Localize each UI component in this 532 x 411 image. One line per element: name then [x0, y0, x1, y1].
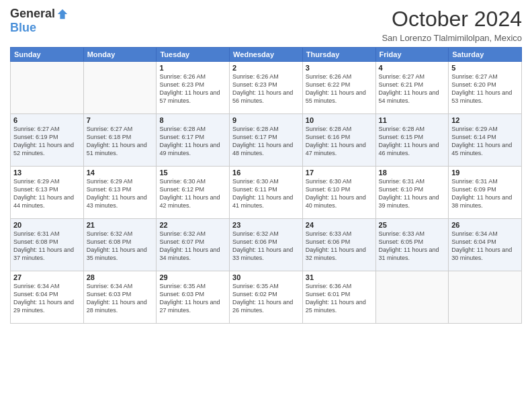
day-info: Sunrise: 6:26 AMSunset: 6:23 PMDaylight:…: [159, 73, 226, 105]
day-info: Sunrise: 6:29 AMSunset: 6:13 PMDaylight:…: [87, 177, 154, 210]
day-number: 24: [306, 221, 373, 229]
day-number: 26: [451, 221, 519, 229]
calendar-day-cell: 31Sunrise: 6:36 AMSunset: 6:01 PMDayligh…: [302, 271, 375, 324]
day-number: 31: [306, 273, 373, 281]
calendar-day-cell: 16Sunrise: 6:30 AMSunset: 6:11 PMDayligh…: [230, 167, 303, 219]
calendar-day-cell: 14Sunrise: 6:29 AMSunset: 6:13 PMDayligh…: [83, 167, 157, 219]
calendar-day-cell: 29Sunrise: 6:35 AMSunset: 6:03 PMDayligh…: [157, 271, 230, 324]
header: General Blue October 2024 San Lorenzo Tl…: [10, 7, 522, 43]
day-info: Sunrise: 6:35 AMSunset: 6:03 PMDaylight:…: [159, 282, 226, 315]
calendar-day-cell: 5Sunrise: 6:27 AMSunset: 6:20 PMDaylight…: [449, 62, 522, 114]
day-number: 3: [306, 64, 373, 72]
calendar-day-cell: 22Sunrise: 6:32 AMSunset: 6:07 PMDayligh…: [157, 219, 230, 271]
logo-icon: [56, 8, 69, 20]
calendar: SundayMondayTuesdayWednesdayThursdayFrid…: [10, 47, 522, 324]
day-number: 23: [232, 221, 300, 229]
day-number: 30: [232, 273, 300, 281]
day-info: Sunrise: 6:26 AMSunset: 6:23 PMDaylight:…: [232, 73, 300, 105]
day-number: 19: [451, 169, 519, 177]
calendar-day-cell: 17Sunrise: 6:30 AMSunset: 6:10 PMDayligh…: [302, 167, 375, 219]
day-info: Sunrise: 6:32 AMSunset: 6:07 PMDaylight:…: [159, 230, 226, 263]
location: San Lorenzo Tlalmimilolpan, Mexico: [382, 33, 522, 43]
logo: General Blue: [10, 7, 69, 35]
calendar-day-cell: 8Sunrise: 6:28 AMSunset: 6:17 PMDaylight…: [157, 114, 230, 167]
day-info: Sunrise: 6:33 AMSunset: 6:06 PMDaylight:…: [306, 230, 373, 263]
day-info: Sunrise: 6:34 AMSunset: 6:03 PMDaylight:…: [87, 282, 154, 315]
day-info: Sunrise: 6:27 AMSunset: 6:19 PMDaylight:…: [13, 125, 81, 158]
day-number: 6: [13, 116, 81, 124]
calendar-day-cell: 12Sunrise: 6:29 AMSunset: 6:14 PMDayligh…: [449, 114, 522, 167]
day-number: 4: [379, 64, 446, 72]
calendar-day-cell: 25Sunrise: 6:33 AMSunset: 6:05 PMDayligh…: [375, 219, 449, 271]
day-info: Sunrise: 6:32 AMSunset: 6:06 PMDaylight:…: [232, 230, 300, 263]
day-info: Sunrise: 6:29 AMSunset: 6:14 PMDaylight:…: [451, 125, 519, 158]
calendar-day-cell: 18Sunrise: 6:31 AMSunset: 6:10 PMDayligh…: [375, 167, 449, 219]
calendar-day-cell: 10Sunrise: 6:28 AMSunset: 6:16 PMDayligh…: [302, 114, 375, 167]
day-number: 21: [87, 221, 154, 229]
calendar-day-cell: 27Sunrise: 6:34 AMSunset: 6:04 PMDayligh…: [11, 271, 84, 324]
calendar-week-row: 20Sunrise: 6:31 AMSunset: 6:08 PMDayligh…: [11, 219, 522, 271]
calendar-day-cell: [83, 62, 157, 114]
day-number: 1: [159, 64, 226, 72]
day-number: 28: [87, 273, 154, 281]
day-info: Sunrise: 6:28 AMSunset: 6:17 PMDaylight:…: [232, 125, 300, 158]
day-info: Sunrise: 6:31 AMSunset: 6:08 PMDaylight:…: [13, 230, 81, 263]
calendar-day-cell: 26Sunrise: 6:34 AMSunset: 6:04 PMDayligh…: [449, 219, 522, 271]
day-info: Sunrise: 6:31 AMSunset: 6:09 PMDaylight:…: [451, 177, 519, 210]
title-section: October 2024 San Lorenzo Tlalmimilolpan,…: [382, 7, 522, 43]
calendar-day-header: Thursday: [302, 48, 375, 62]
day-info: Sunrise: 6:30 AMSunset: 6:12 PMDaylight:…: [159, 177, 226, 210]
day-number: 25: [379, 221, 446, 229]
day-number: 16: [232, 169, 300, 177]
calendar-header-row: SundayMondayTuesdayWednesdayThursdayFrid…: [11, 48, 522, 62]
day-info: Sunrise: 6:27 AMSunset: 6:20 PMDaylight:…: [451, 73, 519, 105]
day-info: Sunrise: 6:28 AMSunset: 6:16 PMDaylight:…: [306, 125, 373, 158]
day-number: 15: [159, 169, 226, 177]
day-number: 8: [159, 116, 226, 124]
day-number: 14: [87, 169, 154, 177]
day-number: 13: [13, 169, 81, 177]
calendar-day-header: Sunday: [11, 48, 84, 62]
day-info: Sunrise: 6:35 AMSunset: 6:02 PMDaylight:…: [232, 282, 300, 315]
calendar-day-header: Friday: [375, 48, 449, 62]
calendar-day-header: Saturday: [449, 48, 522, 62]
day-info: Sunrise: 6:30 AMSunset: 6:10 PMDaylight:…: [306, 177, 373, 210]
day-number: 2: [232, 64, 300, 72]
day-number: 5: [451, 64, 519, 72]
day-number: 20: [13, 221, 81, 229]
calendar-day-cell: 28Sunrise: 6:34 AMSunset: 6:03 PMDayligh…: [83, 271, 157, 324]
calendar-day-cell: 11Sunrise: 6:28 AMSunset: 6:15 PMDayligh…: [375, 114, 449, 167]
day-info: Sunrise: 6:27 AMSunset: 6:18 PMDaylight:…: [87, 125, 154, 158]
day-number: 18: [379, 169, 446, 177]
day-info: Sunrise: 6:34 AMSunset: 6:04 PMDaylight:…: [451, 230, 519, 263]
day-number: 7: [87, 116, 154, 124]
calendar-day-cell: 23Sunrise: 6:32 AMSunset: 6:06 PMDayligh…: [230, 219, 303, 271]
calendar-day-cell: 3Sunrise: 6:26 AMSunset: 6:22 PMDaylight…: [302, 62, 375, 114]
month-title: October 2024: [382, 7, 522, 32]
calendar-day-cell: 24Sunrise: 6:33 AMSunset: 6:06 PMDayligh…: [302, 219, 375, 271]
calendar-day-cell: 20Sunrise: 6:31 AMSunset: 6:08 PMDayligh…: [11, 219, 84, 271]
day-info: Sunrise: 6:30 AMSunset: 6:11 PMDaylight:…: [232, 177, 300, 210]
day-info: Sunrise: 6:33 AMSunset: 6:05 PMDaylight:…: [379, 230, 446, 263]
calendar-day-cell: 13Sunrise: 6:29 AMSunset: 6:13 PMDayligh…: [11, 167, 84, 219]
logo-blue-text: Blue: [10, 21, 36, 35]
svg-marker-0: [58, 9, 67, 18]
calendar-day-cell: [449, 271, 522, 324]
day-info: Sunrise: 6:28 AMSunset: 6:17 PMDaylight:…: [159, 125, 226, 158]
calendar-day-cell: 1Sunrise: 6:26 AMSunset: 6:23 PMDaylight…: [157, 62, 230, 114]
calendar-day-cell: [375, 271, 449, 324]
calendar-day-cell: 6Sunrise: 6:27 AMSunset: 6:19 PMDaylight…: [11, 114, 84, 167]
day-number: 9: [232, 116, 300, 124]
day-number: 11: [379, 116, 446, 124]
day-number: 29: [159, 273, 226, 281]
day-info: Sunrise: 6:32 AMSunset: 6:08 PMDaylight:…: [87, 230, 154, 263]
calendar-day-cell: 30Sunrise: 6:35 AMSunset: 6:02 PMDayligh…: [230, 271, 303, 324]
calendar-day-cell: 19Sunrise: 6:31 AMSunset: 6:09 PMDayligh…: [449, 167, 522, 219]
calendar-day-cell: 7Sunrise: 6:27 AMSunset: 6:18 PMDaylight…: [83, 114, 157, 167]
page: General Blue October 2024 San Lorenzo Tl…: [0, 0, 532, 411]
day-info: Sunrise: 6:36 AMSunset: 6:01 PMDaylight:…: [306, 282, 373, 315]
calendar-day-cell: [11, 62, 84, 114]
calendar-week-row: 13Sunrise: 6:29 AMSunset: 6:13 PMDayligh…: [11, 167, 522, 219]
day-info: Sunrise: 6:26 AMSunset: 6:22 PMDaylight:…: [306, 73, 373, 105]
day-info: Sunrise: 6:31 AMSunset: 6:10 PMDaylight:…: [379, 177, 446, 210]
